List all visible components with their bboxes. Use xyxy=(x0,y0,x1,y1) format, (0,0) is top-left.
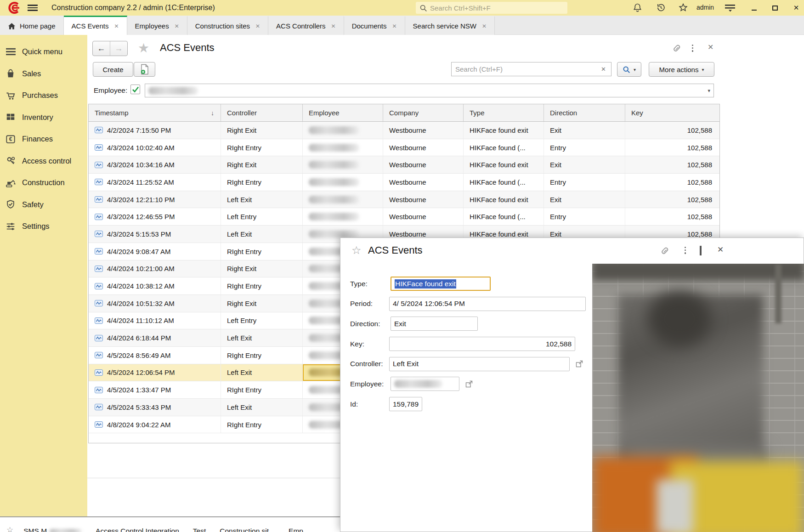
tab-close-icon[interactable]: ✕ xyxy=(482,23,487,29)
column-header-key[interactable]: Key xyxy=(625,104,719,121)
tab-label: Home page xyxy=(20,22,56,30)
table-row[interactable]: 4/3/2024 12:46:55 PM Left Entry Westbour… xyxy=(89,208,719,226)
column-header-timestamp[interactable]: Timestamp↓ xyxy=(89,104,221,121)
employee-filter-input[interactable]: ▾ xyxy=(145,84,714,97)
more-menu-icon[interactable] xyxy=(691,44,694,52)
history-nav-group: ← → xyxy=(92,41,128,56)
timestamp-cell: 4/5/2024 5:33:43 PM xyxy=(107,403,171,411)
table-search-input[interactable]: Search (Ctrl+F) ✕ xyxy=(451,62,611,76)
maximize-button[interactable] xyxy=(768,0,782,16)
table-search-placeholder: Search (Ctrl+F) xyxy=(455,65,600,73)
open-reference-icon[interactable] xyxy=(465,380,473,388)
taskbar-window-button[interactable]: Test xyxy=(193,527,206,532)
sidebar-item[interactable]: Settings xyxy=(0,215,87,238)
taskbar-window-button[interactable]: Access Control Integration xyxy=(96,527,179,532)
tab[interactable]: Documents ✕ xyxy=(344,16,405,35)
tab-close-icon[interactable]: ✕ xyxy=(114,23,119,29)
table-row[interactable]: 4/3/2024 10:02:40 AM RIght Entry Westbou… xyxy=(89,139,719,157)
sidebar-item[interactable]: Access control xyxy=(0,150,87,172)
notifications-bell-icon[interactable] xyxy=(633,3,642,12)
column-header-controller[interactable]: Controller xyxy=(221,104,303,121)
sidebar-item[interactable]: Sales xyxy=(0,63,87,85)
event-record-icon xyxy=(95,231,103,237)
open-reference-icon[interactable] xyxy=(576,360,583,368)
field-label: Key: xyxy=(350,340,389,348)
table-row[interactable]: 4/3/2024 12:21:10 PM Left Exit Westbourn… xyxy=(89,191,719,209)
clear-search-icon[interactable]: ✕ xyxy=(600,66,607,73)
favorites-star-icon[interactable] xyxy=(678,3,688,12)
favorite-star-icon[interactable]: ★ xyxy=(138,40,149,56)
field-input[interactable]: 159,789 xyxy=(389,397,422,411)
column-header-employee[interactable]: Employee xyxy=(303,104,383,121)
minimize-button[interactable] xyxy=(747,0,761,16)
column-header-type[interactable]: Type xyxy=(464,104,544,121)
taskbar-window-button[interactable]: Emp... xyxy=(289,527,309,532)
favorite-star-outline-icon[interactable]: ☆ xyxy=(351,244,362,257)
global-search-input[interactable]: Search Ctrl+Shift+F xyxy=(416,2,567,14)
tab-close-icon[interactable]: ✕ xyxy=(255,23,260,29)
get-link-icon[interactable] xyxy=(660,246,670,255)
sidebar-item[interactable]: Safety xyxy=(0,194,87,216)
search-button[interactable]: ▾ xyxy=(617,62,641,77)
close-form-icon[interactable]: ✕ xyxy=(708,43,713,51)
tab[interactable]: Home page xyxy=(0,16,64,35)
get-link-icon[interactable] xyxy=(672,44,682,53)
controller-cell: Right Exit xyxy=(221,122,303,139)
direction-cell: Exit xyxy=(544,191,625,208)
column-header-direction[interactable]: Direction xyxy=(544,104,625,121)
timestamp-cell: 4/3/2024 5:15:53 PM xyxy=(107,230,171,238)
sidebar-item[interactable]: € Finances xyxy=(0,128,87,150)
field-input[interactable]: HIKFace found exit xyxy=(391,277,491,291)
close-window-button[interactable]: ✕ xyxy=(789,0,803,16)
direction-cell: Exit xyxy=(544,156,625,173)
sidebar-item[interactable]: Quick menu xyxy=(0,41,87,63)
back-button[interactable]: ← xyxy=(93,41,110,56)
sidebar-item[interactable]: Construction xyxy=(0,172,87,194)
field-input[interactable]: 4/ 5/2024 12:06:54 PM xyxy=(389,297,586,311)
sidebar-item[interactable]: Inventory xyxy=(0,107,87,129)
tab[interactable]: ACS Events ✕ xyxy=(64,16,127,35)
key-cell: 102,588 xyxy=(625,191,719,208)
tab-close-icon[interactable]: ✕ xyxy=(175,23,179,29)
more-actions-button[interactable]: More actions▾ xyxy=(649,62,714,77)
taskbar-window-button[interactable]: Construction sit... xyxy=(220,527,275,532)
employee-filter-checkbox[interactable] xyxy=(130,85,140,94)
taskbar-star-icon[interactable]: ☆ xyxy=(6,527,13,532)
title-bar: Construction company 2.2 / admin (1C:Ent… xyxy=(0,0,804,16)
close-dialog-icon[interactable]: ✕ xyxy=(717,245,724,255)
more-menu-icon[interactable] xyxy=(684,246,686,255)
create-new-document-button[interactable] xyxy=(134,62,155,77)
field-input[interactable]: 102,588 xyxy=(389,337,575,351)
event-record-icon xyxy=(95,335,103,341)
forward-button[interactable]: → xyxy=(110,41,128,56)
table-row[interactable]: 4/3/2024 10:34:16 AM Right Exit Westbour… xyxy=(89,156,719,174)
maximize-dialog-icon[interactable] xyxy=(700,247,702,255)
tab[interactable]: Search service NSW ✕ xyxy=(405,16,495,35)
tab-label: ACS Controllers xyxy=(276,22,326,30)
table-row[interactable]: 4/2/2024 7:15:50 PM Right Exit Westbourn… xyxy=(89,122,719,139)
current-user-label[interactable]: admin xyxy=(696,4,714,11)
tab-close-icon[interactable]: ✕ xyxy=(331,23,336,29)
tab[interactable]: ACS Controllers ✕ xyxy=(268,16,344,35)
tab-close-icon[interactable]: ✕ xyxy=(392,23,397,29)
type-cell: HIKFace found exit xyxy=(464,122,544,139)
field-input[interactable]: Exit xyxy=(391,317,478,331)
tab[interactable]: Construction sites ✕ xyxy=(187,16,268,35)
taskbar-window-button[interactable]: SMS M xyxy=(23,527,82,532)
sidebar-item[interactable]: Purchases xyxy=(0,85,87,107)
dialog-field: Period: 4/ 5/2024 12:06:54 PM xyxy=(350,297,586,311)
controller-cell: Left Exit xyxy=(221,226,303,243)
dropdown-caret-icon[interactable]: ▾ xyxy=(708,88,710,94)
history-icon[interactable] xyxy=(656,3,666,12)
quick-menu-icon xyxy=(5,47,17,56)
user-menu-icon[interactable] xyxy=(724,4,736,12)
blurred-employee-name xyxy=(309,230,359,238)
event-record-icon xyxy=(95,317,103,324)
create-button[interactable]: Create xyxy=(93,62,133,77)
field-input[interactable]: Left Exit xyxy=(389,357,570,371)
table-row[interactable]: 4/3/2024 11:25:52 AM RIght Entry Westbou… xyxy=(89,174,719,191)
field-input[interactable] xyxy=(391,377,459,391)
main-menu-icon[interactable] xyxy=(28,5,38,11)
tab[interactable]: Employees ✕ xyxy=(127,16,187,35)
column-header-company[interactable]: Company xyxy=(383,104,464,121)
